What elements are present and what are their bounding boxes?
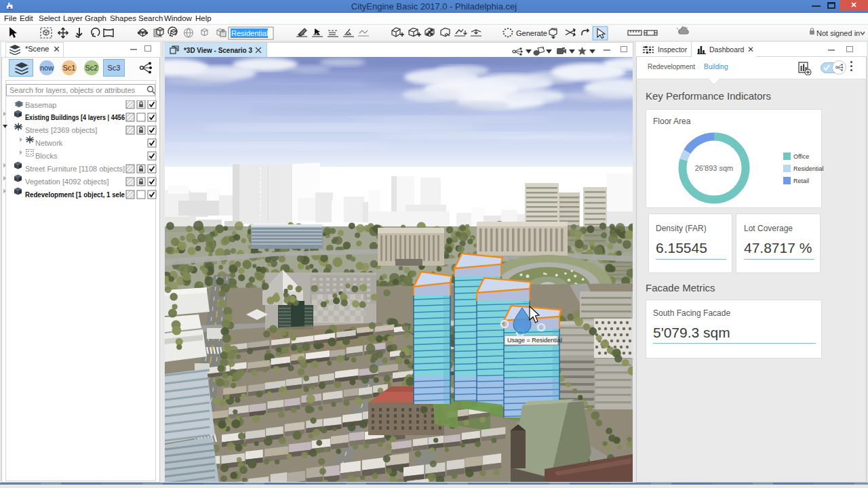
svg-text:Existing Buildings [4 layers |: Existing Buildings [4 layers | 4456 xyxy=(25,113,125,121)
svg-text:Streets [2369 objects]: Streets [2369 objects] xyxy=(25,126,97,134)
svg-text:Vegetation [4092 objects]: Vegetation [4092 objects] xyxy=(25,178,109,186)
svg-text:Network: Network xyxy=(35,139,63,147)
svg-text:Blocks: Blocks xyxy=(35,152,58,160)
svg-text:26'893 sqm: 26'893 sqm xyxy=(695,164,734,172)
svg-text:cga: cga xyxy=(551,26,557,30)
svg-text:*3D View - Scenario 3: *3D View - Scenario 3 xyxy=(184,46,252,54)
svg-text:Residential: Residential xyxy=(231,29,268,37)
svg-text:Street Furniture [1108 objects: Street Furniture [1108 objects] xyxy=(25,165,125,173)
svg-text:Redevelopment [1 object, 1 sel: Redevelopment [1 object, 1 sele xyxy=(25,190,125,199)
svg-text:Generate: Generate xyxy=(516,29,547,37)
svg-text:Basemap: Basemap xyxy=(25,101,56,109)
svg-text:Usage = Residential: Usage = Residential xyxy=(507,337,562,344)
svg-text:Not signed in: Not signed in xyxy=(816,29,860,37)
